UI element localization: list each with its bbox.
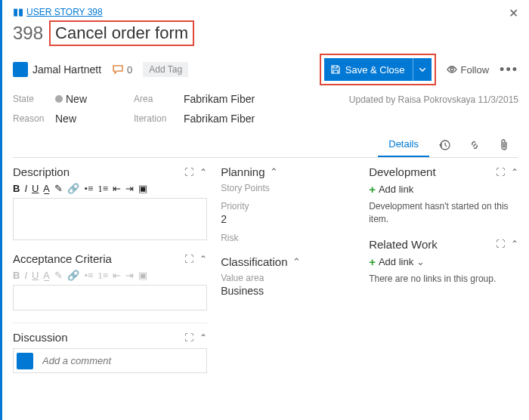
avatar-icon (13, 62, 28, 77)
storypoints-label: Story Points (221, 183, 355, 193)
assignee-name: Jamal Hartnett (32, 63, 101, 76)
collapse-icon[interactable]: ⌃ (200, 254, 207, 264)
collapse-icon[interactable]: ⌃ (200, 167, 207, 178)
area-label: Area (134, 94, 176, 104)
discussion-section: Discussion ⛶⌃ (13, 331, 207, 373)
collapse-icon[interactable]: ⌃ (270, 166, 278, 178)
description-toolbar: B I U A̲ ✎ 🔗 •≡ 1≡ ⇤ ⇥ ▣ (13, 183, 207, 195)
risk-label: Risk (221, 233, 355, 243)
font-button[interactable]: A̲ (43, 183, 50, 195)
acceptance-section: Acceptance Criteria ⛶⌃ B I U A̲ ✎ 🔗 •≡ 1… (13, 252, 207, 310)
add-tag-button[interactable]: Add Tag (143, 62, 188, 77)
state-field[interactable]: New (55, 93, 87, 105)
follow-button[interactable]: Follow (447, 64, 490, 76)
eye-icon (447, 64, 457, 75)
development-add-link[interactable]: + Add link (369, 183, 518, 196)
acceptance-editor[interactable] (13, 285, 207, 310)
development-heading: Development (369, 165, 435, 178)
discussion-input[interactable] (39, 352, 203, 369)
outdent-button[interactable]: ⇤ (113, 183, 121, 195)
expand-icon[interactable]: ⛶ (496, 239, 505, 249)
planning-section: Planning ⌃ Story Points Priority 2 Risk (221, 165, 355, 243)
tab-history[interactable] (429, 132, 459, 157)
avatar-icon (17, 353, 33, 369)
workitem-title[interactable]: Cancel order form (55, 23, 188, 42)
more-actions-button[interactable]: ••• (500, 62, 518, 78)
workitem-id: 398 (13, 23, 43, 44)
book-icon: ▮▮ (13, 6, 23, 17)
bold-button[interactable]: B (13, 183, 20, 195)
breadcrumb-link[interactable]: USER STORY 398 (26, 7, 103, 17)
save-highlight: Save & Close (320, 54, 436, 85)
valuearea-field[interactable]: Business (221, 285, 355, 297)
chevron-down-icon: ⌄ (416, 256, 425, 267)
tab-attachments[interactable] (490, 132, 518, 157)
bullets-button[interactable]: •≡ (84, 183, 93, 195)
expand-icon[interactable]: ⛶ (184, 254, 193, 264)
acceptance-toolbar: B I U A̲ ✎ 🔗 •≡ 1≡ ⇤ ⇥ ▣ (13, 270, 207, 282)
indent-button[interactable]: ⇥ (125, 183, 134, 195)
chevron-down-icon (419, 68, 425, 72)
reason-field[interactable]: New (55, 113, 76, 125)
link-button[interactable]: 🔗 (67, 183, 79, 195)
italic-button[interactable]: I (24, 270, 27, 282)
collapse-icon[interactable]: ⌃ (200, 332, 207, 343)
comment-count[interactable]: 0 (112, 64, 132, 76)
planning-heading: Planning (221, 165, 264, 178)
expand-icon[interactable]: ⛶ (184, 167, 193, 178)
assignee[interactable]: Jamal Hartnett (13, 62, 101, 77)
iteration-field[interactable]: Fabrikam Fiber (184, 113, 255, 125)
tab-details[interactable]: Details (378, 132, 429, 157)
collapse-icon[interactable]: ⌃ (511, 167, 518, 178)
breadcrumb: ▮▮ USER STORY 398 (13, 6, 518, 17)
close-icon[interactable]: ✕ (509, 6, 518, 20)
numbers-button[interactable]: 1≡ (97, 183, 108, 195)
link-icon (469, 139, 481, 151)
tab-links[interactable] (459, 132, 490, 157)
numbers-button[interactable]: 1≡ (97, 270, 108, 282)
save-icon (330, 64, 341, 75)
attachment-icon (499, 139, 509, 151)
classification-section: Classification ⌃ Value area Business (221, 255, 355, 297)
underline-button[interactable]: U (32, 270, 39, 282)
iteration-label: Iteration (134, 113, 176, 124)
related-add-link[interactable]: + Add link ⌄ (369, 255, 518, 268)
related-section: Related Work ⛶⌃ + Add link ⌄ There are n… (369, 238, 518, 286)
image-button[interactable]: ▣ (138, 183, 147, 195)
expand-icon[interactable]: ⛶ (496, 167, 505, 178)
save-dropdown[interactable] (413, 58, 432, 81)
state-label: State (13, 94, 48, 104)
description-editor[interactable] (13, 198, 207, 240)
expand-icon[interactable]: ⛶ (184, 332, 193, 343)
collapse-icon[interactable]: ⌃ (292, 256, 301, 267)
clear-format-button[interactable]: ✎ (54, 183, 63, 195)
save-and-close-button[interactable]: Save & Close (324, 58, 432, 81)
underline-button[interactable]: U (32, 183, 39, 195)
priority-field[interactable]: 2 (221, 213, 355, 225)
bold-button[interactable]: B (13, 270, 20, 282)
image-button[interactable]: ▣ (138, 270, 147, 282)
updated-text: Updated by Raisa Pokrovskaya 11/3/2015 (349, 93, 518, 105)
outdent-button[interactable]: ⇤ (113, 270, 121, 282)
collapse-icon[interactable]: ⌃ (511, 239, 518, 249)
related-note: There are no links in this group. (369, 273, 518, 286)
discussion-heading: Discussion (13, 331, 68, 344)
font-button[interactable]: A̲ (43, 270, 50, 282)
plus-icon: + (369, 255, 376, 268)
link-button[interactable]: 🔗 (67, 270, 79, 282)
title-highlight: Cancel order form (49, 20, 194, 46)
clear-format-button[interactable]: ✎ (54, 270, 63, 282)
related-heading: Related Work (369, 238, 438, 251)
acceptance-heading: Acceptance Criteria (13, 252, 112, 265)
history-icon (438, 139, 450, 151)
description-section: Description ⛶⌃ B I U A̲ ✎ 🔗 •≡ 1≡ ⇤ ⇥ ▣ (13, 165, 207, 240)
tab-bar: Details (13, 132, 518, 158)
indent-button[interactable]: ⇥ (125, 270, 134, 282)
italic-button[interactable]: I (24, 183, 27, 195)
valuearea-label: Value area (221, 273, 355, 283)
plus-icon: + (369, 183, 376, 196)
bullets-button[interactable]: •≡ (84, 270, 93, 282)
area-field[interactable]: Fabrikam Fiber (184, 93, 255, 105)
comment-icon (112, 64, 124, 75)
development-section: Development ⛶⌃ + Add link Development ha… (369, 165, 518, 226)
